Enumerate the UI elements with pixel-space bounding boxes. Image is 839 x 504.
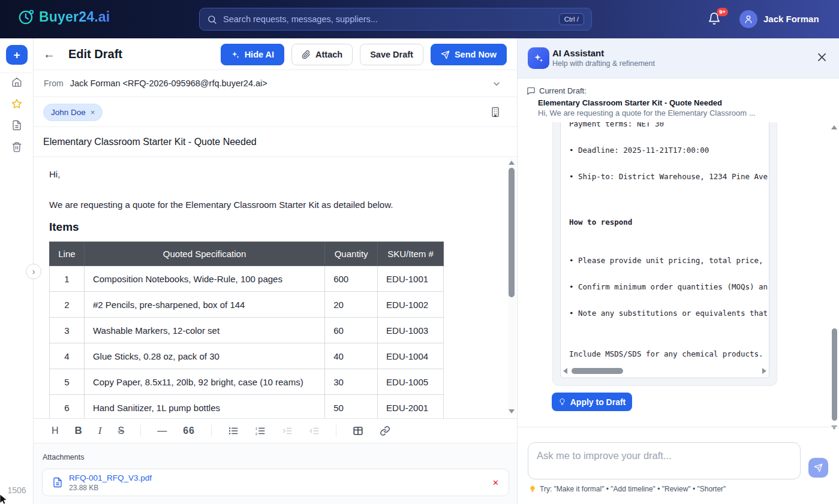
ai-send-button[interactable] [808, 458, 828, 478]
svg-text:1: 1 [255, 427, 258, 430]
header-qty: Quantity [325, 242, 378, 266]
bullet-list-button[interactable] [228, 425, 239, 436]
brand-logo[interactable]: Buyer24.ai [18, 9, 110, 25]
company-directory-icon[interactable] [489, 106, 501, 118]
horizontal-scrollbar[interactable] [563, 367, 766, 375]
cell-line: 3 [50, 318, 85, 343]
indent-button[interactable] [282, 425, 293, 436]
save-draft-button[interactable]: Save Draft [360, 44, 423, 65]
draft-line-how-heading: How to respond [569, 217, 760, 228]
apply-to-draft-button[interactable]: Apply to Draft [552, 393, 632, 411]
top-navbar: Buyer24.ai Ctrl / 9+ Jack Forman [0, 0, 839, 38]
tip-text: Try: "Make it formal" • "Add timeline" •… [540, 485, 726, 493]
remove-attachment-button[interactable]: ✕ [492, 478, 499, 487]
send-icon [441, 50, 450, 59]
cell-qty: 20 [325, 292, 378, 318]
draft-line-shipto: • Ship-to: District Warehouse, 1234 Pine… [569, 171, 760, 182]
attachment-file-name[interactable]: RFQ-001_RFQ_V3.pdf [69, 473, 152, 482]
outdent-icon [309, 425, 320, 436]
draft-line-bullet1: • Please provide unit pricing, total pri… [569, 255, 760, 266]
table-row: 3 Washable Markers, 12-color set 60 EDU-… [50, 318, 444, 343]
ai-message-scroll-area[interactable]: Payment terms: NET 30 • Deadline: 2025-1… [518, 122, 839, 427]
sidebar-item-drafts[interactable] [11, 120, 22, 131]
items-heading: Items [49, 221, 79, 234]
numbered-list-button[interactable]: 1 2 [255, 425, 266, 436]
close-icon [816, 52, 828, 63]
scroll-up-arrow[interactable] [509, 161, 515, 165]
search-shortcut-badge: Ctrl / [559, 13, 584, 25]
outdent-button[interactable] [309, 425, 320, 436]
sidebar-item-trash[interactable] [11, 141, 22, 152]
table-row: 4 Glue Sticks, 0.28 oz, pack of 30 40 ED… [50, 343, 444, 369]
scroll-left-arrow[interactable] [563, 368, 567, 374]
ai-suggestions-tip: Try: "Make it formal" • "Add timeline" •… [529, 485, 726, 493]
recipients-row[interactable]: John Doe × [34, 98, 517, 127]
document-icon [11, 120, 22, 131]
back-button[interactable]: ← [43, 47, 55, 61]
current-draft-title: Elementary Classroom Starter Kit - Quote… [538, 98, 722, 107]
user-name[interactable]: Jack Forman [763, 14, 819, 24]
numbered-list-icon: 1 2 [255, 425, 266, 436]
recipient-chip[interactable]: John Doe × [43, 104, 103, 121]
apply-to-draft-label: Apply to Draft [570, 397, 626, 407]
scrollbar-thumb[interactable] [509, 168, 515, 297]
sidebar-item-starred[interactable] [11, 98, 22, 109]
email-body-editor[interactable]: Hi, We are requesting a quote for the El… [34, 157, 517, 418]
heading-button[interactable]: H [52, 425, 59, 436]
body-scrollbar[interactable] [508, 158, 516, 415]
draft-line-bullet2: • Confirm minimum order quantities (MOQs… [569, 282, 760, 292]
send-now-button[interactable]: Send Now [431, 44, 507, 65]
table-header-row: Line Quoted Specification Quantity SKU/I… [50, 242, 444, 266]
chevron-down-icon[interactable] [492, 79, 501, 89]
italic-button[interactable]: I [98, 425, 102, 437]
ai-assistant-panel: AI Assistant Help with drafting & refine… [517, 38, 839, 504]
strikethrough-button[interactable]: S [118, 425, 125, 436]
toolbar-divider [336, 425, 336, 437]
scroll-right-arrow[interactable] [762, 368, 766, 374]
cell-line: 2 [50, 292, 85, 318]
notifications-button[interactable]: 9+ [708, 12, 722, 26]
scroll-up-arrow[interactable] [831, 125, 837, 129]
attachment-item[interactable]: RFQ-001_RFQ_V3.pdf 23.88 KB ✕ [42, 469, 509, 496]
horizontal-rule-button[interactable]: — [157, 425, 167, 436]
ai-input-zone: Try: "Make it formal" • "Add timeline" •… [518, 427, 839, 504]
search-input[interactable] [223, 14, 559, 24]
scrollbar-thumb[interactable] [832, 328, 837, 421]
from-address: Jack Forman <RFQ-2026-095968@rfq.buyer24… [70, 79, 267, 88]
cell-spec: Washable Markers, 12-color set [84, 318, 324, 343]
cell-sku: EDU-1001 [378, 266, 444, 292]
remove-recipient-icon[interactable]: × [91, 108, 95, 117]
new-item-button[interactable]: + [6, 45, 28, 65]
user-avatar[interactable] [739, 10, 757, 28]
notification-count-badge: 9+ [717, 8, 728, 16]
home-icon [11, 77, 22, 87]
scroll-down-arrow[interactable] [509, 409, 515, 414]
ai-panel-scrollbar[interactable] [831, 124, 838, 430]
global-search[interactable]: Ctrl / [199, 8, 592, 31]
cell-line: 6 [50, 395, 85, 419]
close-ai-panel-button[interactable] [816, 52, 828, 65]
sidebar-collapse-toggle[interactable]: › [26, 264, 41, 279]
blockquote-button[interactable]: 66 [183, 425, 195, 436]
sidebar-item-home[interactable] [11, 77, 22, 87]
insert-link-button[interactable] [380, 425, 390, 436]
cell-line: 4 [50, 343, 85, 369]
compose-area: ← Edit Draft Hide AI Attach S [34, 38, 517, 504]
from-row[interactable]: From Jack Forman <RFQ-2026-095968@rfq.bu… [34, 70, 517, 97]
hide-ai-button[interactable]: Hide AI [221, 44, 284, 65]
cell-spec: Composition Notebooks, Wide-Rule, 100 pa… [84, 266, 324, 292]
bold-button[interactable]: B [75, 425, 82, 437]
ai-prompt-input[interactable] [528, 442, 801, 479]
sparkles-icon [533, 53, 544, 64]
save-draft-label: Save Draft [370, 50, 413, 59]
draft-line-bullet3: • Note any substitutions or equivalents … [569, 308, 760, 319]
scrollbar-thumb[interactable] [572, 368, 623, 374]
current-draft-label: Current Draft: [539, 86, 587, 95]
formatting-toolbar: H B I S — 66 1 2 [34, 418, 517, 443]
insert-table-button[interactable] [353, 425, 363, 436]
cell-sku: EDU-1003 [378, 318, 444, 343]
subject-row[interactable]: Elementary Classroom Starter Kit - Quote… [34, 127, 517, 157]
ai-draft-code-block[interactable]: Payment terms: NET 30 • Deadline: 2025-1… [560, 122, 769, 378]
attach-button[interactable]: Attach [291, 44, 353, 65]
subject-input[interactable]: Elementary Classroom Starter Kit - Quote… [43, 137, 257, 147]
